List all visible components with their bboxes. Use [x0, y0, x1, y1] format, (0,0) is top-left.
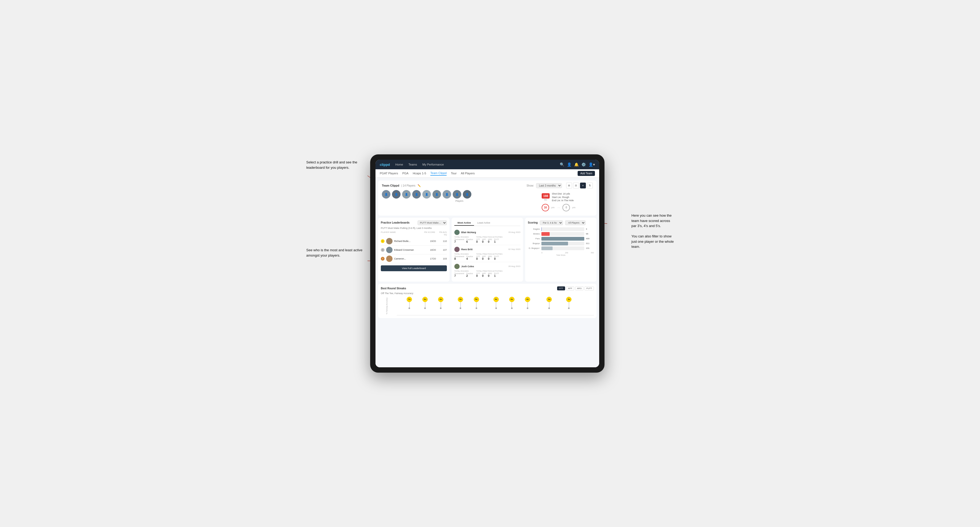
view-full-leaderboard-button[interactable]: View Full Leaderboard — [381, 265, 447, 271]
rank-badge-2: 2 — [381, 248, 385, 252]
nav-icons: 🔍 👤 🔔 ⚙️ 👤▾ — [560, 162, 595, 167]
scoring-par-filter[interactable]: Par 3, 4 & 5s — [540, 221, 563, 225]
avatar[interactable]: 👤 — [392, 190, 401, 198]
annotation-top-right: Here you can see how the team have score… — [632, 213, 674, 249]
lb-avg-3: 103 — [438, 257, 447, 260]
main-content: Team Clippd | 14 Players ✏️ Show: Last 3… — [375, 178, 599, 367]
view-grid-large[interactable]: ⊟ — [573, 183, 579, 189]
avatar[interactable]: 👤 — [442, 190, 451, 198]
streaks-tab-ott[interactable]: OTT — [557, 286, 565, 290]
tab-most-active[interactable]: Most Active — [454, 221, 474, 226]
activity-card: Most Active Least Active Blair McHarg 26… — [452, 218, 523, 282]
sub-nav: PGAT Players PGA Hcaps 1-5 Team Clippd T… — [375, 169, 599, 178]
sub-nav-hcaps[interactable]: Hcaps 1-5 — [413, 171, 426, 175]
players-label: Players — [382, 200, 537, 202]
bar-pars: Pars 499 — [528, 237, 594, 241]
view-list[interactable]: ≡ — [580, 183, 586, 189]
player-activity-1: Blair McHarg 26 Aug 2023 Total Rounds To… — [454, 228, 520, 245]
sub-nav-pgat[interactable]: PGAT Players — [380, 171, 398, 175]
avatar[interactable]: 👤 — [412, 190, 421, 198]
nav-logo: clippd — [380, 163, 390, 167]
avatar[interactable]: 👤 — [402, 190, 410, 198]
lb-score-1: 19/20 — [424, 240, 436, 243]
team-players-section: Team Clippd | 14 Players ✏️ Show: Last 3… — [378, 181, 597, 216]
bell-icon[interactable]: 🔔 — [574, 162, 579, 167]
nav-bar: clippd Home Teams My Performance 🔍 👤 🔔 ⚙… — [375, 160, 599, 169]
annotation-bottom-left: See who is the most and least active amo… — [306, 248, 365, 258]
content-grid: Practice Leaderboards PUTT Must Make Put… — [378, 218, 597, 282]
bar-chart: Eagles 3 Birdies — [528, 227, 594, 250]
sub-nav-all-players[interactable]: All Players — [461, 171, 475, 175]
lb-avatar-2 — [386, 247, 393, 253]
player-activity-2: Rees Britt 02 Sep 2023 Total Rounds Tour… — [454, 245, 520, 262]
view-icons: ⊞ ⊟ ≡ ⇅ — [566, 183, 593, 189]
page-wrapper: Select a practice drill and see the lead… — [306, 144, 674, 383]
view-grid-small[interactable]: ⊞ — [566, 183, 572, 189]
add-team-button[interactable]: Add Team — [578, 171, 595, 176]
team-title: Team Clippd — [382, 184, 399, 187]
streaks-card: Best Round Streaks OTT APP ARG PUTT Off … — [378, 284, 597, 318]
show-period-select[interactable]: Last 3 months Last 6 months Last year — [536, 183, 562, 188]
pa-date-3: 26 Aug 2023 — [508, 265, 520, 268]
profile-icon[interactable]: 👤 — [567, 162, 571, 167]
scoring-title: Scoring — [528, 221, 538, 224]
bar-dbogeys: D. Bogeys+ 131 — [528, 246, 594, 250]
tablet-device: clippd Home Teams My Performance 🔍 👤 🔔 ⚙… — [370, 154, 605, 373]
show-label: Show: — [527, 184, 534, 187]
lb-name-2: Edward Crossman — [394, 249, 422, 251]
yds-left-circle: 16 — [542, 204, 549, 211]
shot-badge: 198 SC — [542, 193, 550, 201]
lb-row-2: 2 Edward Crossman 18/20 107 — [381, 246, 447, 254]
rank-badge-3: 3 — [381, 257, 385, 260]
avatar[interactable]: 👤 — [463, 190, 471, 198]
streaks-tab-arg[interactable]: ARG — [575, 286, 584, 290]
search-icon[interactable]: 🔍 — [560, 162, 564, 167]
annotation-top-left: Select a practice drill and see the lead… — [306, 160, 365, 170]
lb-avatar-3 — [386, 256, 393, 262]
view-sort[interactable]: ⇅ — [587, 183, 593, 189]
lb-header: PLAYER NAME PB SCORE PB AVG SQ — [381, 231, 447, 236]
pa-date-2: 02 Sep 2023 — [508, 248, 520, 251]
team-meta: Team Clippd | 14 Players ✏️ Show: Last 3… — [382, 183, 593, 189]
avatar[interactable]: 👤 — [433, 190, 441, 198]
nav-teams[interactable]: Teams — [409, 163, 417, 166]
user-avatar-icon[interactable]: 👤▾ — [589, 162, 595, 167]
tab-least-active[interactable]: Least Active — [474, 221, 493, 226]
pa-avatar-1 — [454, 230, 460, 235]
lb-score-2: 18/20 — [424, 249, 436, 251]
players-avatars-row: 👤 👤 👤 👤 👤 👤 👤 👤 👤 — [382, 190, 537, 198]
tablet-screen: clippd Home Teams My Performance 🔍 👤 🔔 ⚙… — [375, 160, 599, 367]
edit-icon[interactable]: ✏️ — [418, 184, 421, 187]
lb-row-1: 1 Richard Butle... 19/20 110 — [381, 237, 447, 246]
yds-right-circle: 0 — [562, 204, 570, 211]
streaks-tab-putt[interactable]: PUTT — [584, 286, 594, 290]
lb-avg-1: 110 — [438, 240, 447, 243]
lb-avatar-1 — [386, 238, 393, 244]
streaks-title: Best Round Streaks — [381, 287, 406, 290]
drill-select[interactable]: PUTT Must Make Putting... — [418, 221, 447, 225]
team-count: | 14 Players — [401, 184, 415, 187]
lb-name-1: Richard Butle... — [394, 240, 422, 243]
scoring-player-filter[interactable]: All Players — [565, 221, 585, 225]
rank-badge-1: 1 — [381, 239, 385, 243]
chart-x-label: Total Shots — [528, 254, 594, 256]
sub-nav-team-clippd[interactable]: Team Clippd — [430, 171, 447, 176]
pa-avatar-2 — [454, 247, 460, 252]
pa-name-3: Josh Coles — [461, 265, 507, 268]
settings-icon[interactable]: ⚙️ — [581, 162, 586, 167]
streaks-tab-app[interactable]: APP — [566, 286, 574, 290]
player-activity-3: Josh Coles 26 Aug 2023 Total Rounds Tour… — [454, 262, 520, 279]
bar-bogeys: Bogeys 311 — [528, 242, 594, 245]
nav-home[interactable]: Home — [395, 163, 403, 166]
lb-avg-2: 107 — [438, 249, 447, 251]
sub-nav-tour[interactable]: Tour — [451, 171, 457, 175]
avatar[interactable]: 👤 — [422, 190, 431, 198]
pa-name-1: Blair McHarg — [461, 231, 507, 234]
pa-avatar-3 — [454, 264, 460, 269]
pa-date-1: 26 Aug 2023 — [508, 231, 520, 233]
sub-nav-pga[interactable]: PGA — [402, 171, 409, 175]
avatar[interactable]: 👤 — [382, 190, 390, 198]
streaks-subtitle: Off The Tee, Fairway Accuracy — [381, 292, 594, 295]
nav-performance[interactable]: My Performance — [422, 163, 444, 166]
avatar[interactable]: 👤 — [453, 190, 461, 198]
